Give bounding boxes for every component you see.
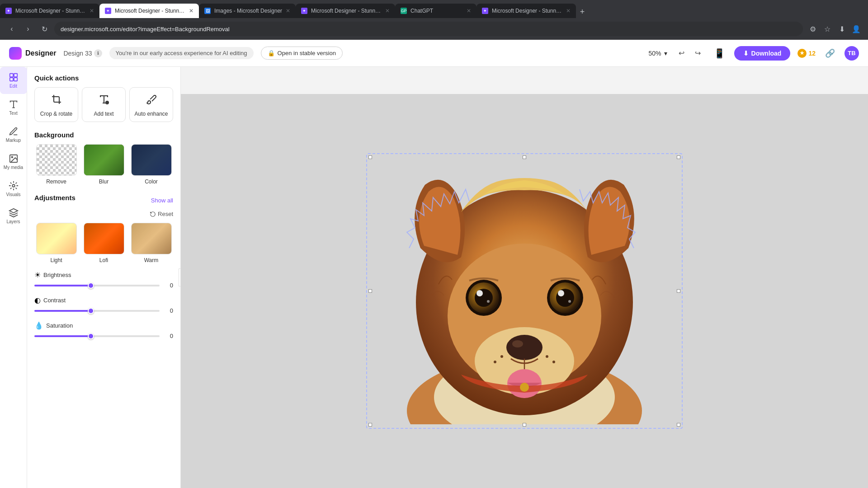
refresh-button[interactable]: ↻ xyxy=(38,23,51,35)
download-icon: ⬇ xyxy=(743,50,749,57)
brightness-slider-row: ☀ Brightness 0 xyxy=(34,271,173,289)
design-info-badge[interactable]: ℹ xyxy=(94,49,102,57)
undo-button[interactable]: ↩ xyxy=(675,46,689,61)
back-button[interactable]: ‹ xyxy=(5,23,18,35)
bg-remove-card[interactable]: Remove xyxy=(34,144,78,185)
markup-label: Markup xyxy=(6,138,21,143)
tab-label-4: Microsoft Designer - Stunning xyxy=(311,8,382,14)
tab-2[interactable]: ✦ Microsoft Designer - Stunning ✕ xyxy=(99,4,199,18)
crop-rotate-icon xyxy=(51,94,62,107)
contrast-icon: ◐ xyxy=(34,296,41,305)
crop-rotate-card[interactable]: Crop & rotate xyxy=(34,87,78,122)
svg-rect-1 xyxy=(14,74,17,77)
handle-tc[interactable] xyxy=(523,155,526,159)
url-text: designer.microsoft.com/editor?imageEffec… xyxy=(61,26,230,33)
zoom-value: 50% xyxy=(649,50,661,57)
saturation-track[interactable] xyxy=(34,335,160,337)
zoom-dropdown-icon[interactable]: ▾ xyxy=(664,50,667,57)
forward-button[interactable]: › xyxy=(22,23,34,35)
filter-light-card[interactable]: Light xyxy=(34,223,78,263)
sidebar-item-edit[interactable]: Edit xyxy=(0,67,27,94)
brightness-thumb[interactable] xyxy=(88,282,94,289)
designer-logo-icon xyxy=(9,47,22,60)
reset-button[interactable]: Reset xyxy=(150,211,173,217)
tab-favicon-5: GP xyxy=(401,8,407,14)
handle-mr[interactable] xyxy=(677,289,680,293)
tab-label-1: Microsoft Designer - Stunning xyxy=(15,8,86,14)
tab-close-6[interactable]: ✕ xyxy=(566,8,571,14)
filter-lofi-card[interactable]: Lofi xyxy=(82,223,126,263)
url-input[interactable]: designer.microsoft.com/editor?imageEffec… xyxy=(54,22,803,36)
reset-label: Reset xyxy=(158,211,173,217)
sidebar-item-my-media[interactable]: My media xyxy=(0,148,27,175)
dog-eye-highlight-right xyxy=(558,290,564,296)
canvas-background xyxy=(181,94,868,488)
dog-nose-highlight xyxy=(512,340,523,347)
handle-br[interactable] xyxy=(677,423,680,427)
auto-enhance-label: Auto enhance xyxy=(134,111,168,117)
tab-label-5: ChatGPT xyxy=(410,8,463,14)
dog-image-container[interactable] xyxy=(371,158,678,424)
new-tab-button[interactable]: + xyxy=(576,5,589,18)
sidebar-item-layers[interactable]: Layers xyxy=(0,202,27,230)
address-bar: ‹ › ↻ designer.microsoft.com/editor?imag… xyxy=(0,18,868,40)
handle-ml[interactable] xyxy=(368,289,372,293)
saturation-thumb[interactable] xyxy=(88,333,94,339)
user-avatar[interactable]: TB xyxy=(844,46,859,61)
filter-light-label: Light xyxy=(50,257,62,263)
brightness-track[interactable] xyxy=(34,285,160,286)
tab-favicon-1: ✦ xyxy=(5,8,12,14)
svg-point-5 xyxy=(11,156,13,158)
tab-1[interactable]: ✦ Microsoft Designer - Stunning ✕ xyxy=(0,4,99,18)
profile-button[interactable]: 👤 xyxy=(850,23,863,35)
filter-warm-card[interactable]: Warm xyxy=(129,223,173,263)
stable-version-label: Open in stable version xyxy=(278,50,336,56)
edit-label: Edit xyxy=(9,84,17,89)
collar-tag xyxy=(520,383,529,392)
tab-close-5[interactable]: ✕ xyxy=(467,8,471,14)
svg-point-6 xyxy=(12,184,15,187)
background-title: Background xyxy=(34,131,173,139)
undo-redo-group: ↩ ↪ xyxy=(675,46,705,61)
sidebar-item-markup[interactable]: Markup xyxy=(0,121,27,148)
design-title: Design 33 xyxy=(63,50,92,57)
extensions-button[interactable]: ⚙ xyxy=(807,23,819,35)
tab-3[interactable]: 🖼 Images - Microsoft Designer ✕ xyxy=(199,4,296,18)
sidebar-item-text[interactable]: Text xyxy=(0,94,27,121)
filters-grid: Light Lofi Warm xyxy=(34,223,173,263)
tab-close-3[interactable]: ✕ xyxy=(286,8,290,14)
contrast-thumb[interactable] xyxy=(88,308,94,314)
bg-blur-card[interactable]: Blur xyxy=(82,144,126,185)
sidebar-item-visuals[interactable]: Visuals xyxy=(0,175,27,202)
filter-lofi-thumb xyxy=(84,223,124,254)
design-name: Design 33 ℹ xyxy=(63,49,102,57)
handle-tl[interactable] xyxy=(368,155,372,159)
handle-tr[interactable] xyxy=(677,155,680,159)
auto-enhance-card[interactable]: Auto enhance xyxy=(129,87,173,122)
filter-warm-thumb xyxy=(131,223,172,254)
show-all-button[interactable]: Show all xyxy=(151,197,173,204)
adjustments-title: Adjustments xyxy=(34,194,75,202)
tab-label-2: Microsoft Designer - Stunning xyxy=(115,8,185,14)
mobile-preview-button[interactable]: 📱 xyxy=(712,46,727,61)
auto-enhance-icon xyxy=(146,94,157,107)
tab-5[interactable]: GP ChatGPT ✕ xyxy=(395,4,476,18)
handle-bc[interactable] xyxy=(523,423,526,427)
contrast-track[interactable] xyxy=(34,310,160,312)
tab-close-4[interactable]: ✕ xyxy=(385,8,390,14)
redo-button[interactable]: ↪ xyxy=(691,46,705,61)
stable-version-button[interactable]: 🔒 Open in stable version xyxy=(261,47,343,60)
download-browser-button[interactable]: ⬇ xyxy=(835,23,848,35)
tab-close-1[interactable]: ✕ xyxy=(90,8,94,14)
coins-count: 12 xyxy=(808,50,816,57)
bg-color-card[interactable]: Color xyxy=(129,144,173,185)
bookmark-button[interactable]: ☆ xyxy=(821,23,834,35)
add-text-card[interactable]: Add text xyxy=(82,87,126,122)
tab-4[interactable]: ✦ Microsoft Designer - Stunning ✕ xyxy=(296,4,395,18)
tab-close-2[interactable]: ✕ xyxy=(189,8,193,14)
tab-6[interactable]: ✦ Microsoft Designer - Stunning ✕ xyxy=(476,4,576,18)
download-button[interactable]: ⬇ Download xyxy=(734,46,791,61)
bg-blur-label: Blur xyxy=(99,178,108,185)
handle-bl[interactable] xyxy=(368,423,372,427)
share-button[interactable]: 🔗 xyxy=(823,46,837,61)
